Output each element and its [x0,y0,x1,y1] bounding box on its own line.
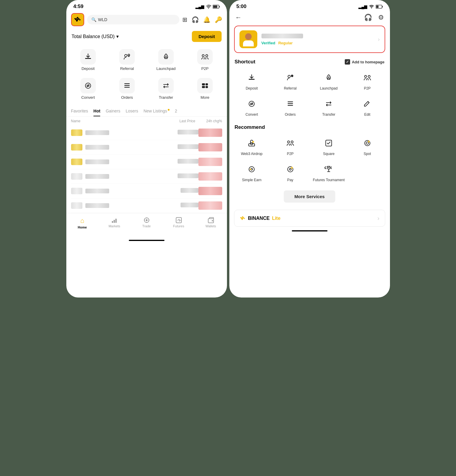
nav-markets[interactable]: Markets [98,216,131,230]
market-row[interactable] [71,140,222,155]
shortcut-deposit[interactable]: Deposit [234,68,270,93]
shortcut-orders-label: Orders [285,112,296,117]
back-button[interactable]: ← [235,14,242,21]
market-row[interactable] [71,126,222,140]
rec-futures-tournament[interactable]: Futures Tournament [311,160,347,184]
action-referral[interactable]: Referral [108,46,146,74]
svg-point-7 [202,55,204,57]
shortcut-deposit-label: Deposit [246,86,258,90]
signal-icon: ▂▄▆ [195,4,204,9]
status-time-left: 4:59 [73,4,84,10]
action-convert[interactable]: Convert [69,75,107,103]
action-transfer[interactable]: Transfer [147,75,185,103]
action-more[interactable]: More [186,75,224,103]
pay-icon [283,162,297,176]
shortcut-launchpad[interactable]: Launchpad [311,68,347,93]
coin-thumb [71,173,82,180]
nav-wallets[interactable]: Wallets [195,216,227,230]
shortcut-edit[interactable]: Edit [349,95,386,119]
market-row[interactable] [71,169,222,184]
svg-rect-1 [213,5,217,8]
home-icon: ⌂ [80,217,84,225]
more-services-button[interactable]: More Services [284,190,336,203]
tab-count[interactable]: 2 [175,107,177,116]
coin-info [71,188,169,194]
shortcut-referral[interactable]: Referral [272,68,309,93]
rec-spot[interactable]: Spot [349,134,386,158]
nav-futures[interactable]: Futures [163,216,195,230]
profile-info: Verified Regular [261,34,374,45]
nav-home[interactable]: ⌂ Home [66,216,98,230]
shortcut-orders[interactable]: Orders [272,95,309,119]
price-col [169,203,198,209]
binance-lite-banner[interactable]: BINANCE Lite › [234,210,385,227]
action-launchpad[interactable]: Launchpad [147,46,185,74]
price-col [169,144,198,150]
coin-name [85,203,109,208]
header-name: Name [71,119,166,123]
quick-actions: Deposit Referral Launchpad P2P Convert [66,44,227,104]
coin-name [85,174,109,179]
p2p-icon [197,49,213,65]
nav-trade-label: Trade [142,224,151,228]
action-deposit[interactable]: Deposit [69,46,107,74]
market-row[interactable] [71,198,222,213]
settings-icon[interactable]: ⚙ [378,14,384,21]
action-orders[interactable]: Orders [108,75,146,103]
lite-chevron-icon: › [377,215,380,222]
rec-square[interactable]: Square [311,134,347,158]
tab-gainers[interactable]: Gainers [106,107,120,116]
rec-simpleearn[interactable]: Simple Earn [234,160,270,184]
rec-web3airdrop-label: Web3 Airdrop [241,152,263,156]
rec-p2p[interactable]: P2P [272,134,309,158]
action-p2p[interactable]: P2P [186,46,224,74]
more-header-icons: 🎧 ⚙ [364,14,384,21]
profile-badges: Verified Regular [261,41,374,45]
scan-icon[interactable]: ⊞ [182,16,187,23]
price-col [169,188,198,194]
launchpad-icon [158,49,174,65]
home-indicator [129,240,164,241]
coin-info [71,159,169,165]
shortcut-grid: Deposit Referral Launchpad P2P Convert [229,67,390,120]
chevron-down-icon: ▾ [116,34,119,39]
rec-pay[interactable]: Pay [272,160,309,184]
shortcut-transfer[interactable]: Transfer [311,95,347,119]
futures-icon [175,217,182,223]
tab-losers[interactable]: Losers [126,107,138,116]
trade-icon [143,217,150,223]
change-bar [198,201,222,210]
svg-point-32 [364,76,366,78]
coin-name [85,159,109,164]
avatar-torso [243,40,254,46]
headset-icon-right[interactable]: 🎧 [364,14,372,21]
tab-favorites[interactable]: Favorites [71,107,88,116]
nav-trade[interactable]: Trade [131,216,163,230]
search-bar[interactable]: 🔍 WLD [87,15,179,24]
coin-thumb [71,129,82,136]
change-bar [198,187,222,195]
profile-icon[interactable]: 🔑 [215,16,222,23]
shortcut-convert[interactable]: Convert [234,95,270,119]
market-row[interactable] [71,184,222,198]
header-price: Last Price [166,119,195,123]
transfer-label: Transfer [159,95,173,100]
deposit-button-main[interactable]: Deposit [192,31,221,42]
add-homepage-toggle[interactable]: ✓ Add to homepage [345,59,385,65]
rec-p2p-label: P2P [287,152,294,156]
bell-icon[interactable]: 🔔 [203,16,211,23]
profile-card[interactable]: Verified Regular › [234,26,385,53]
tab-hot[interactable]: Hot [93,107,100,116]
binance-logo[interactable] [71,13,84,26]
square-icon [322,136,336,150]
home-header: 🔍 WLD ⊞ 🎧 🔔 🔑 [66,11,227,28]
orders-icon-right [283,97,297,111]
rec-web3airdrop[interactable]: Web3 Airdrop [234,134,270,158]
shortcut-p2p[interactable]: P2P [349,68,386,93]
coin-info [71,202,169,209]
market-row[interactable] [71,155,222,169]
change-bar [198,158,222,166]
headset-icon[interactable]: 🎧 [192,16,199,23]
header-change: 24h chg% [195,119,222,123]
tab-new-listings[interactable]: New Listings [143,107,169,116]
